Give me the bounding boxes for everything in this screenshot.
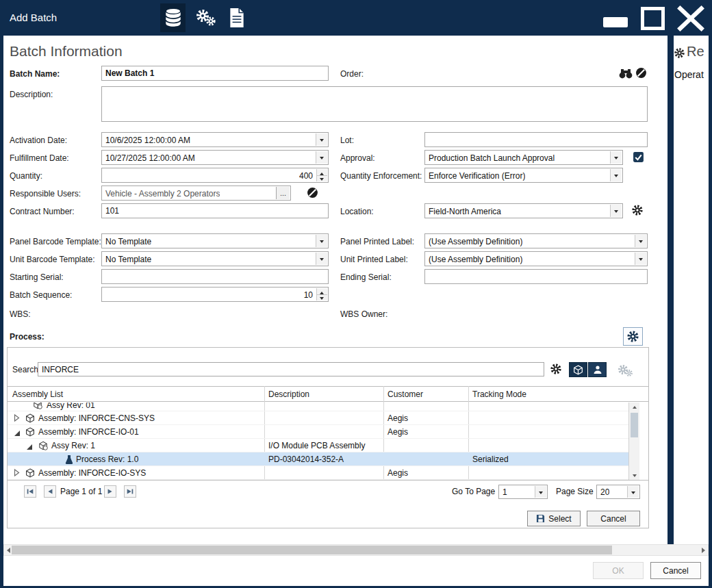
scrollbar-thumb[interactable] — [631, 413, 638, 437]
batch-name-input[interactable] — [101, 66, 329, 81]
document-icon[interactable] — [227, 7, 246, 29]
location-combo[interactable]: Field-North America — [424, 203, 623, 218]
spin-down-icon[interactable] — [317, 176, 327, 182]
horizontal-scrollbar[interactable] — [3, 544, 709, 556]
unit-barcode-template-combo[interactable]: No Template — [101, 251, 329, 266]
activation-date-combo[interactable]: 10/6/2025 12:00:00 AM — [101, 132, 329, 147]
scroll-right-icon[interactable] — [700, 545, 708, 555]
responsible-users-clear-icon[interactable] — [307, 187, 318, 199]
table-scrollbar[interactable] — [628, 402, 639, 480]
chevron-down-icon[interactable] — [610, 205, 622, 217]
table-row-selected[interactable]: Process Rev: 1.0 PD-03042014-352-A Seria… — [8, 452, 628, 466]
go-to-page-combo[interactable]: 1 — [498, 485, 548, 499]
chevron-down-icon[interactable] — [535, 486, 546, 498]
spinner-buttons[interactable] — [316, 288, 327, 301]
spinner-buttons[interactable] — [316, 169, 327, 181]
contract-number-label: Contract Number: — [10, 207, 75, 216]
fulfillment-date-value: 10/27/2025 12:00:00 AM — [105, 153, 195, 163]
order-search-binoculars-icon[interactable] — [618, 68, 633, 79]
search-settings-gear-icon[interactable] — [550, 363, 562, 375]
chevron-down-icon[interactable] — [316, 133, 327, 146]
first-page-button[interactable] — [24, 485, 36, 498]
chevron-down-icon[interactable] — [627, 486, 639, 498]
expander-expanded-icon[interactable] — [26, 443, 33, 452]
quantity-stepper[interactable]: 400 — [101, 168, 329, 183]
maximize-button[interactable] — [641, 7, 665, 30]
cancel-button[interactable]: Cancel — [650, 562, 701, 579]
panel-cancel-label: Cancel — [600, 514, 626, 524]
scrollbar-thumb[interactable] — [12, 546, 612, 554]
unit-printed-label-combo[interactable]: (Use Assembly Definition) — [424, 251, 648, 266]
contract-number-input[interactable] — [101, 203, 329, 218]
assembly-view-toggle-button[interactable] — [569, 362, 587, 377]
page-size-combo[interactable]: 20 — [596, 485, 640, 499]
search-input[interactable] — [38, 362, 544, 376]
chevron-down-icon[interactable] — [316, 151, 327, 164]
responsible-users-field[interactable]: Vehicle - Assembly 2 Operators ... — [101, 186, 291, 201]
chevron-down-icon[interactable] — [610, 169, 622, 181]
person-icon — [593, 365, 602, 374]
previous-page-button[interactable] — [44, 485, 56, 498]
chevron-down-icon[interactable] — [316, 235, 327, 247]
window-title: Add Batch — [10, 12, 57, 23]
starting-serial-input[interactable] — [101, 269, 329, 284]
operator-view-toggle-button[interactable] — [588, 362, 607, 377]
expander-collapsed-icon[interactable] — [14, 413, 20, 424]
quantity-value: 400 — [299, 171, 313, 181]
chevron-down-icon[interactable] — [635, 235, 646, 247]
approval-combo[interactable]: Production Batch Launch Approval — [424, 150, 623, 165]
table-row[interactable]: Assy Rev: 1 I/O Module PCB Assembly — [8, 439, 628, 452]
batch-sequence-stepper[interactable]: 10 — [101, 287, 329, 302]
table-row[interactable]: Assembly: INFORCE-IO-SYS Aegis — [8, 466, 628, 480]
ok-button[interactable]: OK — [593, 562, 644, 579]
next-page-icon — [106, 487, 114, 496]
last-page-button[interactable] — [124, 485, 136, 498]
spin-up-icon[interactable] — [317, 169, 327, 176]
chevron-down-icon[interactable] — [610, 151, 622, 164]
column-customer[interactable]: Customer — [387, 389, 423, 399]
table-row[interactable]: Assembly: INFORCE-IO-01 Aegis — [8, 425, 628, 439]
document-icon-glyph — [229, 8, 245, 28]
next-page-button[interactable] — [104, 485, 116, 498]
chevron-down-icon[interactable] — [635, 253, 646, 265]
table-row[interactable]: Assy Rev: 01 — [8, 402, 628, 411]
expander-collapsed-icon[interactable] — [14, 468, 20, 479]
location-gear-icon[interactable] — [631, 204, 644, 216]
panel-barcode-template-combo[interactable]: No Template — [101, 233, 329, 248]
spin-down-icon[interactable] — [317, 295, 327, 301]
column-assembly-list[interactable]: Assembly List — [12, 389, 63, 399]
scroll-down-icon[interactable] — [629, 471, 639, 480]
browse-button[interactable]: ... — [276, 187, 290, 199]
panel-cancel-button[interactable]: Cancel — [587, 511, 640, 526]
column-description[interactable]: Description — [268, 389, 309, 399]
order-clear-icon[interactable] — [635, 67, 647, 79]
minimize-button[interactable] — [603, 17, 628, 27]
batch-information-form: Batch Information Batch Name: Order: Des… — [3, 36, 668, 544]
description-input[interactable] — [101, 86, 648, 122]
process-settings-button[interactable] — [623, 327, 643, 346]
fulfillment-date-combo[interactable]: 10/27/2025 12:00:00 AM — [101, 150, 329, 165]
select-button-label: Select — [548, 514, 571, 524]
quantity-enforcement-combo[interactable]: Enforce Verification (Error) — [424, 168, 623, 183]
chevron-down-icon[interactable] — [316, 253, 327, 265]
close-icon — [675, 4, 707, 33]
table-row[interactable]: Assembly: INFORCE-CNS-SYS Aegis — [8, 411, 628, 425]
description-label: Description: — [10, 90, 53, 99]
assembly-icon — [25, 468, 35, 480]
assembly-tree[interactable]: Assy Rev: 01 Assembly: INFORCE-CNS-SYS A… — [8, 402, 628, 480]
quantity-enforcement-label: Quantity Enforcement: — [340, 171, 422, 181]
expander-expanded-icon[interactable] — [14, 429, 21, 439]
scroll-up-icon[interactable] — [629, 402, 639, 411]
approval-check-icon[interactable] — [633, 151, 644, 163]
select-button[interactable]: Select — [527, 511, 581, 526]
panel-printed-label-combo[interactable]: (Use Assembly Definition) — [424, 233, 648, 248]
responsible-users-label: Responsible Users: — [10, 189, 81, 199]
close-button[interactable] — [675, 4, 707, 36]
database-icon[interactable] — [160, 3, 186, 32]
ending-serial-input[interactable] — [424, 269, 648, 284]
search-label: Search: — [12, 365, 40, 374]
gears-icon[interactable] — [194, 8, 217, 28]
lot-input[interactable] — [424, 132, 648, 147]
spin-up-icon[interactable] — [317, 288, 327, 295]
column-tracking-mode[interactable]: Tracking Mode — [472, 389, 526, 399]
